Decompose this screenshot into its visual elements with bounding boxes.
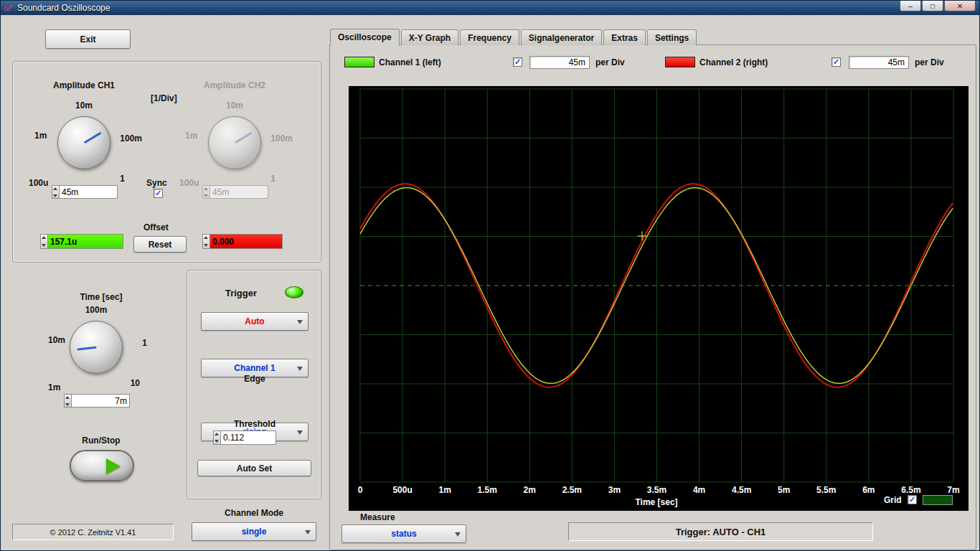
window-title: Soundcard Oszilloscope bbox=[17, 3, 110, 13]
title-bar: Soundcard Oszilloscope – □ ✕ bbox=[1, 1, 979, 15]
copyright-box: © 2012 C. Zeitnitz V1.41 bbox=[12, 524, 174, 540]
knob-scale-label: 10m bbox=[226, 100, 243, 110]
x-axis-label: Time [sec] bbox=[635, 497, 677, 507]
threshold-field[interactable] bbox=[213, 430, 276, 445]
sync-checkbox[interactable] bbox=[154, 189, 163, 198]
spinner-down-icon[interactable] bbox=[203, 242, 209, 249]
x-tick-label: 3m bbox=[608, 485, 621, 495]
exit-button[interactable]: Exit bbox=[45, 29, 131, 49]
spinner[interactable] bbox=[40, 234, 48, 249]
x-tick-label: 6.5m bbox=[901, 485, 920, 495]
x-tick-label: 4m bbox=[693, 485, 705, 495]
measure-dropdown[interactable]: status bbox=[341, 524, 466, 543]
time-knob[interactable] bbox=[70, 321, 123, 374]
oscilloscope-display[interactable]: 0500u1m1.5m2m2.5m3m3.5m4m4.5m5m5.5m6m6.5… bbox=[349, 86, 969, 511]
channel2-enable-checkbox[interactable] bbox=[831, 57, 841, 67]
amplitude-ch2-value-input bbox=[210, 185, 268, 199]
channel1-label: Channel 1 (left) bbox=[379, 57, 441, 67]
knob-scale-label: 100u bbox=[179, 178, 199, 188]
trigger-group: Trigger Auto Channel 1 Edge rising Thres… bbox=[187, 270, 321, 499]
run-stop-button[interactable] bbox=[70, 450, 134, 481]
knob-scale-label: 1m bbox=[34, 131, 47, 141]
spinner-up-icon[interactable] bbox=[41, 235, 47, 242]
amplitude-ch1-knob-group: 10m 1m 100m 100u 1 bbox=[24, 100, 143, 195]
x-tick-label: 6m bbox=[862, 485, 875, 495]
run-stop-label: Run/Stop bbox=[44, 435, 159, 446]
spinner-down-icon[interactable] bbox=[52, 192, 59, 199]
app-window: Soundcard Oszilloscope – □ ✕ Exit Amplit… bbox=[0, 0, 980, 551]
time-value-field[interactable] bbox=[64, 394, 130, 408]
tab-frequency[interactable]: Frequency bbox=[460, 29, 519, 45]
amplitude-ch2-knob[interactable] bbox=[208, 116, 261, 169]
time-value-input[interactable] bbox=[72, 394, 130, 408]
trigger-status-bar: Trigger: AUTO - CH1 bbox=[568, 522, 873, 541]
spinner[interactable] bbox=[52, 185, 60, 199]
minimize-button[interactable]: – bbox=[900, 1, 921, 11]
x-tick-label: 3.5m bbox=[647, 485, 666, 495]
tab-strip: Oscilloscope X-Y Graph Frequency Signalg… bbox=[330, 28, 698, 45]
trigger-mode-dropdown[interactable]: Auto bbox=[201, 312, 308, 331]
channel2-label: Channel 2 (right) bbox=[699, 57, 768, 67]
amplitude-ch1-knob[interactable] bbox=[57, 116, 110, 169]
tab-oscilloscope[interactable]: Oscilloscope bbox=[330, 29, 400, 46]
spinner[interactable] bbox=[213, 430, 221, 445]
channel-mode-value: single bbox=[242, 527, 267, 537]
offset-ch1-input[interactable] bbox=[48, 234, 123, 249]
x-tick-label: 2m bbox=[524, 485, 536, 495]
knob-scale-label: 1 bbox=[120, 174, 125, 184]
amplitude-group: Amplitude CH1 [1/Div] Amplitude CH2 10m … bbox=[12, 61, 321, 263]
spinner-up-icon[interactable] bbox=[52, 186, 59, 192]
per-div-unit-label: [1/Div] bbox=[151, 93, 177, 103]
maximize-button[interactable]: □ bbox=[922, 1, 943, 11]
tab-extras[interactable]: Extras bbox=[603, 29, 646, 45]
spinner-down-icon[interactable] bbox=[65, 401, 71, 408]
channel-mode-dropdown[interactable]: single bbox=[192, 522, 316, 541]
amplitude-ch1-title: Amplitude CH1 bbox=[24, 80, 143, 90]
trigger-title: Trigger bbox=[202, 288, 281, 298]
channel1-enable-checkbox[interactable] bbox=[513, 57, 522, 67]
auto-set-button[interactable]: Auto Set bbox=[197, 460, 311, 476]
offset-reset-button[interactable]: Reset bbox=[133, 236, 187, 253]
grid-color-swatch[interactable] bbox=[923, 495, 953, 505]
threshold-input[interactable] bbox=[221, 430, 276, 445]
knob-scale-label: 100m bbox=[120, 133, 142, 143]
x-tick-label: 1.5m bbox=[478, 485, 497, 495]
spinner-up-icon[interactable] bbox=[214, 431, 220, 438]
tab-settings[interactable]: Settings bbox=[647, 29, 697, 45]
knob-scale-label: 10m bbox=[75, 100, 93, 110]
knob-scale-label: 10 bbox=[131, 378, 140, 388]
channel2-per-div-value[interactable] bbox=[849, 56, 909, 69]
close-button[interactable]: ✕ bbox=[944, 1, 976, 11]
amplitude-ch1-value-input[interactable] bbox=[60, 185, 118, 199]
spinner[interactable] bbox=[64, 394, 72, 408]
offset-ch1-field[interactable] bbox=[40, 234, 123, 249]
offset-ch2-field[interactable] bbox=[202, 234, 283, 249]
knob-scale-label: 10m bbox=[48, 335, 65, 345]
grid-checkbox[interactable] bbox=[908, 495, 917, 504]
spinner-down-icon bbox=[203, 192, 209, 199]
amplitude-ch1-value-field[interactable] bbox=[52, 185, 118, 199]
spinner-down-icon[interactable] bbox=[41, 242, 47, 249]
chevron-down-icon bbox=[305, 530, 311, 534]
spinner[interactable] bbox=[202, 234, 210, 249]
tab-signalgenerator[interactable]: Signalgenerator bbox=[521, 29, 602, 45]
spinner-up-icon[interactable] bbox=[65, 395, 71, 401]
knob-scale-label: 1m bbox=[185, 131, 197, 141]
spinner-down-icon[interactable] bbox=[214, 438, 220, 444]
x-tick-label: 5m bbox=[778, 485, 790, 495]
per-div-label: per Div bbox=[915, 57, 944, 67]
offset-ch2-input[interactable] bbox=[210, 234, 283, 249]
per-div-label: per Div bbox=[595, 57, 625, 67]
channel-mode-label: Channel Mode bbox=[192, 508, 316, 518]
knob-scale-label: 1 bbox=[270, 174, 275, 184]
offset-title: Offset bbox=[143, 222, 169, 232]
app-icon bbox=[4, 3, 14, 13]
amplitude-ch2-knob-group: 10m 1m 100m 100u 1 bbox=[175, 100, 294, 195]
threshold-label: Threshold bbox=[201, 419, 308, 429]
channel1-per-div-value[interactable] bbox=[529, 56, 590, 69]
knob-scale-label: 100u bbox=[29, 178, 48, 188]
x-tick-label: 5.5m bbox=[816, 485, 836, 495]
tab-xy-graph[interactable]: X-Y Graph bbox=[401, 29, 458, 45]
spinner-up-icon[interactable] bbox=[203, 235, 209, 242]
play-icon bbox=[106, 458, 121, 474]
